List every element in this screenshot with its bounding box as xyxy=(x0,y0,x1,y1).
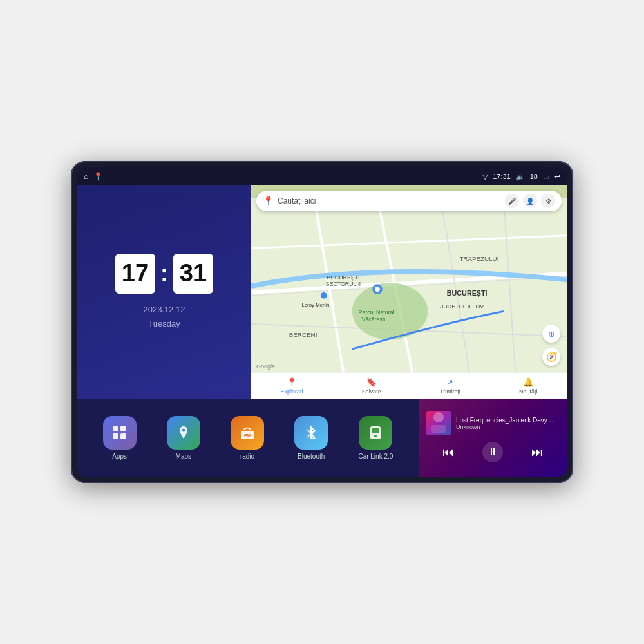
send-label: Trimiteți xyxy=(440,388,460,395)
carlink-icon xyxy=(359,416,392,450)
svg-text:FM: FM xyxy=(244,433,251,438)
music-title: Lost Frequencies_Janieck Devy-... xyxy=(456,417,559,424)
bluetooth-icon xyxy=(294,416,328,450)
status-right-info: ▽ 17:31 🔈 18 ▭ ↩ xyxy=(482,173,560,181)
svg-rect-31 xyxy=(372,428,379,433)
svg-rect-25 xyxy=(120,433,126,439)
app-item-apps[interactable]: Apps xyxy=(103,416,137,460)
svg-rect-23 xyxy=(120,426,126,431)
svg-text:Parcul Natural: Parcul Natural xyxy=(359,309,395,316)
svg-text:Leroy Merlin: Leroy Merlin xyxy=(301,302,329,308)
status-left-icons: ⌂ 📍 xyxy=(84,172,103,181)
volume-level: 18 xyxy=(530,173,538,180)
map-search-icons: 🎤 👤 ⚙ xyxy=(505,194,555,208)
clock-colon: : xyxy=(160,262,168,285)
svg-point-26 xyxy=(182,429,185,432)
voice-search-btn[interactable]: 🎤 xyxy=(505,194,519,208)
svg-point-32 xyxy=(374,435,377,437)
home-icon[interactable]: ⌂ xyxy=(84,172,88,181)
svg-text:JUDEȚUL ILFOV: JUDEȚUL ILFOV xyxy=(440,303,484,310)
bluetooth-label: Bluetooth xyxy=(298,453,325,460)
google-logo: Google xyxy=(256,363,275,370)
carlink-label: Car Link 2.0 xyxy=(358,453,393,460)
news-icon: 🔔 xyxy=(523,377,533,387)
previous-button[interactable]: ⏮ xyxy=(438,442,459,462)
saved-icon: 🔖 xyxy=(366,377,377,387)
svg-rect-35 xyxy=(431,425,446,433)
explore-icon: 📍 xyxy=(287,377,297,387)
app-item-maps[interactable]: Maps xyxy=(167,416,200,460)
volume-icon: 🔈 xyxy=(516,173,525,181)
clock-display: 17 : 31 xyxy=(115,254,213,294)
apps-label: Apps xyxy=(112,453,127,460)
app-item-radio[interactable]: FM radio xyxy=(231,416,264,460)
map-panel[interactable]: TRAPEZULUI BUCUREȘTI JUDEȚUL ILFOV BERCE… xyxy=(251,185,567,399)
svg-rect-22 xyxy=(113,426,118,431)
clock-date: 2023.12.12 Tuesday xyxy=(143,303,185,331)
clock-minute: 31 xyxy=(173,254,213,294)
svg-rect-24 xyxy=(113,433,118,439)
map-nav-saved[interactable]: 🔖 Salvate xyxy=(362,377,381,395)
explore-label: Explorați xyxy=(281,388,303,395)
map-search-text: Căutați aici xyxy=(278,196,501,205)
map-nav-send[interactable]: ↗ Trimiteți xyxy=(440,377,460,395)
account-btn[interactable]: 👤 xyxy=(523,194,537,208)
main-content: 17 : 31 2023.12.12 Tuesday xyxy=(77,185,567,477)
news-label: Noutăți xyxy=(519,388,538,395)
svg-text:SECTORUL 4: SECTORUL 4 xyxy=(326,281,361,287)
apps-panel: Apps Maps xyxy=(77,399,419,477)
app-item-carlink[interactable]: Car Link 2.0 xyxy=(358,416,393,460)
map-location-button[interactable]: ⊕ xyxy=(542,325,560,343)
radio-label: radio xyxy=(240,453,254,460)
music-album-art xyxy=(426,411,451,435)
svg-text:BERCENI: BERCENI xyxy=(289,331,317,338)
map-pin-icon: 📍 xyxy=(263,196,274,206)
status-bar: ⌂ 📍 ▽ 17:31 🔈 18 ▭ ↩ xyxy=(77,167,567,185)
battery-icon: ▭ xyxy=(543,173,549,181)
svg-text:BUCUREȘTI: BUCUREȘTI xyxy=(327,274,360,281)
bottom-section: Apps Maps xyxy=(77,399,567,477)
svg-point-17 xyxy=(375,287,380,292)
svg-point-34 xyxy=(433,412,444,422)
maps-icon xyxy=(167,416,200,450)
clock-panel: 17 : 31 2023.12.12 Tuesday xyxy=(77,185,251,399)
next-button[interactable]: ⏭ xyxy=(527,442,547,462)
music-controls: ⏮ ⏸ ⏭ xyxy=(426,439,559,465)
svg-text:TRAPEZULUI: TRAPEZULUI xyxy=(459,255,498,262)
top-section: 17 : 31 2023.12.12 Tuesday xyxy=(77,185,567,399)
apps-icon xyxy=(103,416,137,450)
map-background: TRAPEZULUI BUCUREȘTI JUDEȚUL ILFOV BERCE… xyxy=(251,185,567,399)
app-item-bluetooth[interactable]: Bluetooth xyxy=(294,416,328,460)
svg-point-20 xyxy=(321,292,327,299)
map-bottom-nav: 📍 Explorați 🔖 Salvate ↗ Trimiteți 🔔 xyxy=(251,372,567,399)
map-nav-news[interactable]: 🔔 Noutăți xyxy=(519,377,538,395)
time-display: 17:31 xyxy=(493,173,511,180)
play-pause-button[interactable]: ⏸ xyxy=(482,442,503,462)
device: ⌂ 📍 ▽ 17:31 🔈 18 ▭ ↩ 17 : xyxy=(71,161,573,483)
back-button[interactable]: ↩ xyxy=(554,173,560,181)
maps-label: Maps xyxy=(176,453,191,460)
radio-icon: FM xyxy=(231,416,264,450)
saved-label: Salvate xyxy=(362,388,381,395)
settings-map-btn[interactable]: ⚙ xyxy=(541,194,555,208)
signal-icon: ▽ xyxy=(482,173,488,181)
map-search-bar[interactable]: 📍 Căutați aici 🎤 👤 ⚙ xyxy=(256,191,562,211)
music-top: Lost Frequencies_Janieck Devy-... Unknow… xyxy=(426,411,559,435)
screen: ⌂ 📍 ▽ 17:31 🔈 18 ▭ ↩ 17 : xyxy=(77,167,567,477)
svg-text:Văcărești: Văcărești xyxy=(362,316,386,323)
music-panel: Lost Frequencies_Janieck Devy-... Unknow… xyxy=(419,399,567,477)
svg-text:BUCUREȘTI: BUCUREȘTI xyxy=(447,289,488,297)
music-artist: Unknown xyxy=(456,424,559,430)
map-compass[interactable]: 🧭 xyxy=(542,348,560,366)
maps-status-icon[interactable]: 📍 xyxy=(93,172,103,181)
clock-hour: 17 xyxy=(115,254,155,294)
send-icon: ↗ xyxy=(446,377,453,387)
music-info: Lost Frequencies_Janieck Devy-... Unknow… xyxy=(456,417,559,430)
map-nav-explore[interactable]: 📍 Explorați xyxy=(281,377,303,395)
